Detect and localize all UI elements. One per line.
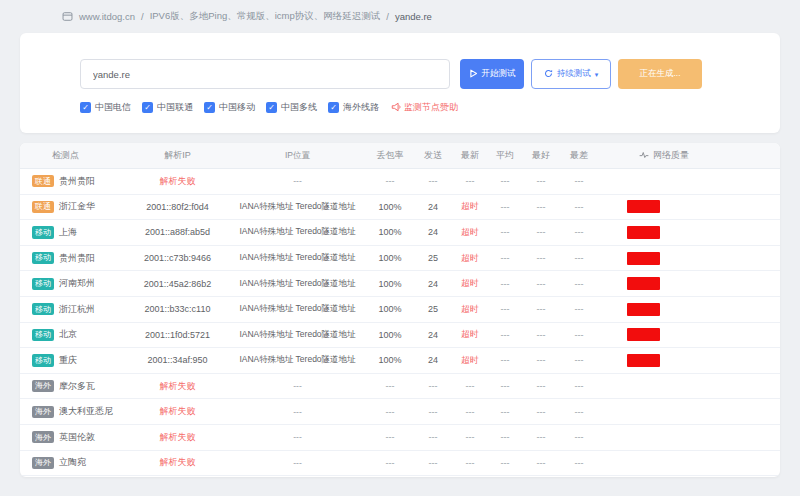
filter-checkbox-海外线路[interactable]: ✓海外线路 <box>328 101 379 114</box>
table-row: 海外英国伦敦解析失败--------------------- <box>20 425 780 451</box>
operator-badge: 移动 <box>32 278 54 290</box>
network-quality-cell <box>597 323 780 348</box>
sent-cell: --- <box>415 169 451 194</box>
checkbox-checked-icon: ✓ <box>328 102 339 113</box>
filter-checkbox-中国电信[interactable]: ✓中国电信 <box>80 101 131 114</box>
detect-point-cell: 海外澳大利亚悉尼 <box>20 399 125 424</box>
table-row: 联通贵州贵阳解析失败--------------------- <box>20 169 780 195</box>
table-row: 移动北京2001::1f0d:5721IANA特殊地址 Teredo隧道地址10… <box>20 323 780 349</box>
breadcrumb-separator: / <box>386 11 389 22</box>
ip-location-cell: IANA特殊地址 Teredo隧道地址 <box>230 195 365 220</box>
sent-cell: --- <box>415 451 451 476</box>
loss-rate-cell: 100% <box>365 195 415 220</box>
resolved-ip-cell: 2001::34af:950 <box>125 348 230 373</box>
detect-point-cell: 移动浙江杭州 <box>20 297 125 322</box>
table-row: 移动河南郑州2001::45a2:86b2IANA特殊地址 Teredo隧道地址… <box>20 271 780 297</box>
latest-cell: 超时 <box>451 271 489 296</box>
resolved-ip-cell: 2001::45a2:86b2 <box>125 271 230 296</box>
ip-location-cell: --- <box>230 451 365 476</box>
network-quality-cell <box>597 246 780 271</box>
resolved-ip-cell: 2001::1f0d:5721 <box>125 323 230 348</box>
checkbox-checked-icon: ✓ <box>266 102 277 113</box>
operator-badge: 移动 <box>32 252 54 264</box>
ip-location-cell: IANA特殊地址 Teredo隧道地址 <box>230 246 365 271</box>
best-cell: --- <box>521 246 561 271</box>
best-cell: --- <box>521 425 561 450</box>
column-header-3: IP位置 <box>230 143 365 168</box>
resolved-ip-cell: 解析失败 <box>125 399 230 424</box>
location-label: 澳大利亚悉尼 <box>59 405 113 418</box>
breadcrumb-target: yande.re <box>395 11 432 22</box>
detect-point-cell: 移动北京 <box>20 323 125 348</box>
start-test-button[interactable]: 开始测试 <box>460 59 524 89</box>
resolved-ip-cell: 2001::c73b:9466 <box>125 246 230 271</box>
column-header-2: 解析IP <box>125 143 230 168</box>
ip-location-cell: IANA特殊地址 Teredo隧道地址 <box>230 271 365 296</box>
network-quality-cell <box>597 348 780 373</box>
browser-home-icon <box>62 11 73 22</box>
resolved-ip-cell: 解析失败 <box>125 451 230 476</box>
best-cell: --- <box>521 195 561 220</box>
filter-label: 中国电信 <box>95 101 131 114</box>
location-label: 贵州贵阳 <box>59 252 95 265</box>
sent-cell: 24 <box>415 323 451 348</box>
breadcrumb-path[interactable]: IPV6版、多地Ping、常规版、icmp协议、网络延迟测试 <box>150 10 381 23</box>
column-header-6: 最新 <box>451 143 489 168</box>
location-label: 浙江杭州 <box>59 303 95 316</box>
avg-cell: --- <box>489 220 521 245</box>
column-header-label: 网络质量 <box>653 149 689 162</box>
worst-cell: --- <box>561 374 597 399</box>
breadcrumb: www.itdog.cn / IPV6版、多地Ping、常规版、icmp协议、网… <box>62 10 432 23</box>
sent-cell: 24 <box>415 195 451 220</box>
filter-checkbox-中国移动[interactable]: ✓中国移动 <box>204 101 255 114</box>
table-row: 联通浙江金华2001::80f2:f0d4IANA特殊地址 Teredo隧道地址… <box>20 195 780 221</box>
operator-badge: 海外 <box>32 431 54 443</box>
play-icon <box>469 69 478 80</box>
resolved-ip-cell: 2001::b33c:c110 <box>125 297 230 322</box>
column-header-label: 最好 <box>532 149 550 162</box>
table-row: 海外摩尔多瓦解析失败--------------------- <box>20 374 780 400</box>
loss-rate-cell: 100% <box>365 271 415 296</box>
resolved-ip-cell: 解析失败 <box>125 169 230 194</box>
network-quality-cell <box>597 425 780 450</box>
generating-button[interactable]: 正在生成... <box>618 59 702 89</box>
results-table-body: 联通贵州贵阳解析失败---------------------联通浙江金华200… <box>20 169 780 476</box>
location-label: 北京 <box>59 328 77 341</box>
loss-rate-cell: 100% <box>365 323 415 348</box>
sponsor-label: 监测节点赞助 <box>404 101 458 114</box>
continuous-test-button[interactable]: 持续测试 ▾ <box>531 59 611 89</box>
worst-cell: --- <box>561 220 597 245</box>
host-input[interactable] <box>80 59 450 89</box>
filter-checkbox-中国联通[interactable]: ✓中国联通 <box>142 101 193 114</box>
loss-rate-cell: 100% <box>365 246 415 271</box>
results-table-card: 检测点解析IPIP位置丢包率发送最新平均最好最差网络质量 联通贵州贵阳解析失败-… <box>20 143 780 477</box>
sent-cell: --- <box>415 399 451 424</box>
table-row: 移动贵州贵阳2001::c73b:9466IANA特殊地址 Teredo隧道地址… <box>20 246 780 272</box>
quality-bar <box>627 277 660 290</box>
quality-bar <box>627 226 660 239</box>
avg-cell: --- <box>489 374 521 399</box>
filter-checkbox-中国多线[interactable]: ✓中国多线 <box>266 101 317 114</box>
avg-cell: --- <box>489 348 521 373</box>
resolved-ip-cell: 2001::a88f:ab5d <box>125 220 230 245</box>
worst-cell: --- <box>561 399 597 424</box>
detect-point-cell: 海外英国伦敦 <box>20 425 125 450</box>
loss-rate-cell: --- <box>365 374 415 399</box>
sent-cell: --- <box>415 425 451 450</box>
network-quality-cell <box>597 374 780 399</box>
sent-cell: 25 <box>415 297 451 322</box>
avg-cell: --- <box>489 323 521 348</box>
line-filters: ✓中国电信✓中国联通✓中国移动✓中国多线✓海外线路 监测节点赞助 <box>80 101 458 114</box>
quality-bar <box>627 200 660 213</box>
continuous-test-label: 持续测试 <box>557 68 591 80</box>
loss-rate-cell: --- <box>365 425 415 450</box>
location-label: 上海 <box>59 226 77 239</box>
breadcrumb-site[interactable]: www.itdog.cn <box>79 11 135 22</box>
table-row: 海外立陶宛解析失败--------------------- <box>20 451 780 477</box>
sent-cell: 25 <box>415 246 451 271</box>
column-header-9: 最差 <box>561 143 597 168</box>
sponsor-link[interactable]: 监测节点赞助 <box>391 101 458 114</box>
worst-cell: --- <box>561 348 597 373</box>
avg-cell: --- <box>489 425 521 450</box>
operator-badge: 移动 <box>32 329 54 341</box>
